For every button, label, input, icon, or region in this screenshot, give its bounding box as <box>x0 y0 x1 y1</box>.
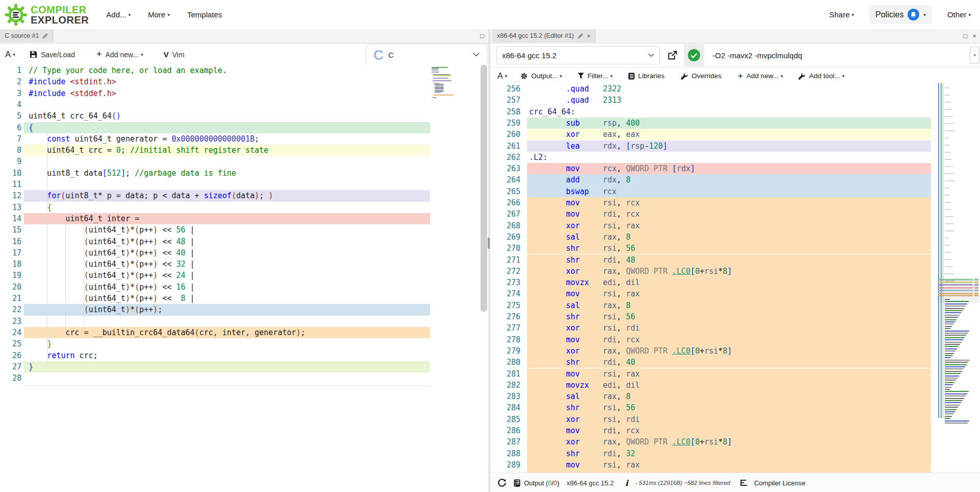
language-select[interactable]: C C <box>366 44 487 66</box>
assembly-code-line[interactable]: bswap rcx <box>529 186 617 197</box>
recompile-icon[interactable] <box>497 478 507 487</box>
assembly-code-line[interactable]: .L2: <box>529 152 547 163</box>
options-dropdown-button[interactable]: ▾ <box>970 46 979 64</box>
assembly-code-line[interactable]: shr rdi, 48 <box>529 254 635 266</box>
add-new-pane-button[interactable]: + Add new...▾ <box>738 71 783 81</box>
assembly-code-line[interactable]: crc_64_64: <box>529 106 575 118</box>
compiler-explorer-logo[interactable]: COMPILER EXPLORER <box>4 3 89 27</box>
source-code-line[interactable]: (uint64_t)*(p++) << 40 | <box>29 247 195 259</box>
assembly-code-line[interactable]: sal rax, 8 <box>529 391 631 402</box>
source-code-line[interactable]: (uint64_t)*(p++) << 24 | <box>29 270 195 281</box>
assembly-code-line[interactable]: mov rdi, rcx <box>529 208 640 220</box>
compiler-license-link[interactable]: Compiler License <box>754 479 805 487</box>
asm-minimap-mark <box>945 326 952 327</box>
assembly-code-line[interactable]: add rdx, 8 <box>529 174 631 185</box>
source-code-line[interactable]: #include <stddef.h> <box>29 88 116 99</box>
overrides-button[interactable]: Overrides <box>681 72 722 80</box>
assembly-code-line[interactable]: xor rax, QWORD PTR .LC0[0+rsi*8] <box>529 345 732 357</box>
assembly-code-line[interactable]: mov rsi, rax <box>529 459 640 471</box>
assembly-code-line[interactable]: xor rsi, rdi <box>529 414 640 425</box>
add-tool-button[interactable]: Add tool...▾ <box>798 72 844 80</box>
source-code-line[interactable]: { <box>29 202 52 213</box>
assembly-code-line[interactable]: mov rdi, rcx <box>529 334 640 345</box>
assembly-code-line[interactable]: lea rdx, [rsp-120] <box>529 140 667 152</box>
assembly-code-line[interactable]: shr rsi, 56 <box>529 243 635 254</box>
assembly-code-line[interactable]: sal rax, 8 <box>529 231 631 243</box>
assembly-code-line[interactable]: shr rsi, 56 <box>529 311 635 322</box>
compiler-panel: x86-64 gcc 15.2 (Editor #1) × □ × x86-64… <box>490 29 980 492</box>
rename-pencil-icon[interactable] <box>578 33 583 39</box>
assembly-code-line[interactable]: mov rcx, QWORD PTR [rdx] <box>529 163 695 174</box>
compile-status-badge[interactable] <box>684 44 704 66</box>
source-code-line[interactable]: (uint64_t)*(p++) << 48 | <box>29 236 195 247</box>
rename-pencil-icon[interactable] <box>42 33 48 39</box>
assembly-code-line[interactable]: shr rdi, 32 <box>529 448 635 459</box>
font-size-button[interactable]: A▾ <box>497 72 507 81</box>
source-code-line[interactable]: } <box>29 361 33 372</box>
menu-other[interactable]: Other▾ <box>947 10 971 19</box>
assembly-code-line[interactable]: mov rdi, rcx <box>529 425 640 436</box>
assembly-output-editor[interactable]: 256 .quad 2322257 .quad 2313258crc_64_64… <box>490 83 980 473</box>
assembly-code-line[interactable]: xor rsi, rdi <box>529 322 640 334</box>
assembly-code-line[interactable]: sub rsp, 400 <box>529 118 640 129</box>
menu-templates[interactable]: Templates <box>187 10 222 19</box>
source-minimap[interactable] <box>432 67 463 103</box>
assembly-code-line[interactable]: .quad 2313 <box>529 95 622 106</box>
compiler-select[interactable]: x86-64 gcc 15.2 <box>496 46 660 64</box>
source-code-line[interactable]: uint8_t data[512]; //garbage data is fin… <box>29 168 236 179</box>
close-tab-icon[interactable]: × <box>587 32 591 40</box>
assembly-code-line[interactable]: xor rax, QWORD PTR .LC0[0+rsi*8] <box>529 266 732 277</box>
source-code-line[interactable]: { <box>29 122 33 133</box>
menu-add[interactable]: Add...▾ <box>106 10 131 19</box>
source-code-line[interactable]: (uint64_t)*(p++) << 8 | <box>29 293 195 304</box>
libraries-button[interactable]: Libraries <box>628 72 665 80</box>
source-code-line[interactable]: (uint64_t)*(p++) << 16 | <box>29 282 195 293</box>
tab-c-source[interactable]: C source #1 <box>0 29 53 42</box>
open-compiler-site-icon[interactable] <box>667 50 678 61</box>
source-scrollbar[interactable] <box>481 65 487 312</box>
source-code-line[interactable]: #include <stdint.h> <box>29 76 116 87</box>
assembly-code-line[interactable]: shr rsi, 56 <box>529 402 635 413</box>
source-code-line[interactable]: uint64_t inter = <box>29 213 139 224</box>
compiler-options-input[interactable] <box>711 51 970 60</box>
source-code-line[interactable]: } <box>29 338 52 349</box>
font-size-button[interactable]: A▾ <box>5 50 15 60</box>
menu-policies[interactable]: Policies ▾ <box>869 5 932 24</box>
tab-compiler[interactable]: x86-64 gcc 15.2 (Editor #1) × <box>492 29 595 42</box>
assembly-code-line[interactable]: movzx edi, dil <box>529 277 640 288</box>
source-code-editor[interactable]: 1// Type your code here, or load an exam… <box>0 65 488 492</box>
assembly-code-line[interactable]: xor rsi, rax <box>529 220 640 231</box>
assembly-code-line[interactable]: mov rsi, rcx <box>529 197 640 208</box>
source-code-line[interactable]: uint64_t crc_64_64() <box>29 110 121 122</box>
source-code-line[interactable]: (uint64_t)*(p++); <box>29 304 162 315</box>
filter-button[interactable]: Filter...▾ <box>578 72 613 80</box>
output-log-button[interactable]: Output (0/0) <box>514 479 559 487</box>
menu-share[interactable]: Share▾ <box>829 10 854 19</box>
assembly-code-line[interactable]: mov rsi, rax <box>529 288 640 299</box>
source-code-line[interactable]: for(uint8_t* p = data; p < data + sizeof… <box>29 190 273 201</box>
source-code-line[interactable]: // Type your code here, or load an examp… <box>29 65 227 76</box>
assembly-code-line[interactable]: shr rdi, 40 <box>529 357 635 368</box>
save-load-button[interactable]: Save/Load <box>30 51 75 59</box>
source-code-line[interactable]: crc = __builtin_crc64_data64(crc, inter,… <box>29 327 305 338</box>
assembly-code-line[interactable]: .quad 2322 <box>529 83 622 95</box>
source-code-line[interactable]: (uint64_t)*(p++) << 56 | <box>29 224 195 236</box>
menu-more[interactable]: More▾ <box>148 10 170 19</box>
source-code-line[interactable]: const uint64_t generator = 0x00000000000… <box>29 133 259 145</box>
maximize-panel-icon[interactable]: □ <box>964 32 968 40</box>
assembly-code-line[interactable]: xor rax, QWORD PTR .LC0[0+rsi*8] <box>529 436 732 448</box>
assembly-code-line[interactable]: movzx edi, dil <box>529 380 640 391</box>
info-icon[interactable]: i <box>625 478 628 488</box>
assembly-code-line[interactable]: mov rsi, rax <box>529 368 640 380</box>
assembly-code-line[interactable]: sal rax, 8 <box>529 300 631 311</box>
source-code-line[interactable]: uint64_t crc = 0; //initial shift regist… <box>29 145 269 156</box>
output-options-button[interactable]: Output...▾ <box>520 72 562 80</box>
add-new-pane-button[interactable]: + Add new...▾ <box>97 49 143 60</box>
maximize-panel-icon[interactable]: □ <box>480 32 484 40</box>
assembly-code-line[interactable]: xor eax, eax <box>529 129 640 140</box>
vim-toggle-button[interactable]: V Vim <box>163 50 184 59</box>
close-panel-icon[interactable]: × <box>972 32 976 40</box>
license-list-icon[interactable] <box>740 480 748 486</box>
source-code-line[interactable]: (uint64_t)*(p++) << 32 | <box>29 259 195 270</box>
source-code-line[interactable]: return crc; <box>29 350 98 361</box>
